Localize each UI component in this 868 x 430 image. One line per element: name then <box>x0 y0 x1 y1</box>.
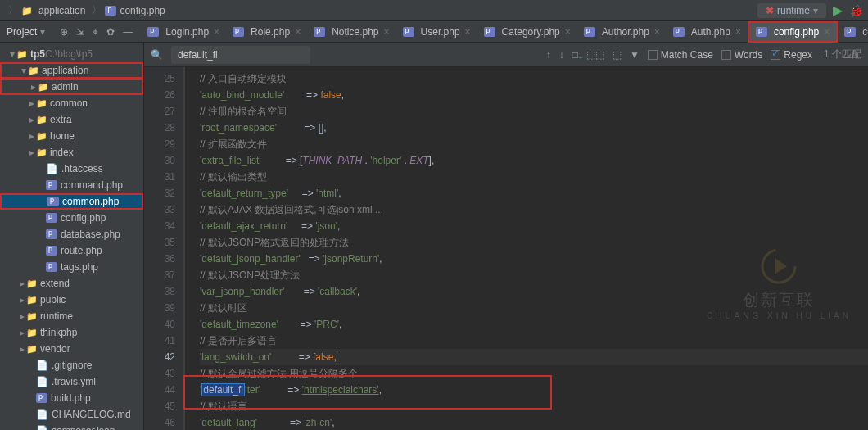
tree-item--gitignore[interactable]: 📄.gitignore <box>0 357 143 373</box>
tree-item-config-php[interactable]: config.php <box>0 210 143 226</box>
tree-item--htaccess[interactable]: 📄.htaccess <box>0 161 143 177</box>
code-line-30[interactable]: 'extra_file_list' => [THINK_PATH . 'help… <box>200 152 868 169</box>
tree-item-common[interactable]: ▸common <box>0 95 143 111</box>
tree-item--travis-yml[interactable]: 📄.travis.yml <box>0 373 143 390</box>
find-input[interactable] <box>171 46 310 64</box>
project-tree[interactable]: ▾tp5 C:\blog\tp5▾application▸admin▸commo… <box>0 43 144 430</box>
close-icon[interactable]: × <box>824 26 830 38</box>
code-line-28[interactable]: 'root_namespace' => [], <box>200 120 868 136</box>
tree-item-common-php[interactable]: common.php <box>0 193 143 210</box>
error-icon: ✖ <box>766 5 774 16</box>
tree-item-home[interactable]: ▸home <box>0 128 143 144</box>
php-icon <box>46 180 57 190</box>
tree-item-CHANGELOG-md[interactable]: 📄CHANGELOG.md <box>0 406 143 423</box>
tree-item-extra[interactable]: ▸extra <box>0 111 143 128</box>
add-selection-icon[interactable]: □+ <box>572 49 578 61</box>
tree-item-thinkphp[interactable]: ▸thinkphp <box>0 324 143 341</box>
code-line-27[interactable]: // 注册的根命名空间 <box>200 103 868 120</box>
tree-root[interactable]: ▾tp5 C:\blog\tp5 <box>0 46 143 62</box>
php-icon <box>105 6 116 16</box>
next-match-button[interactable]: ↓ <box>559 49 564 61</box>
expand-icon[interactable]: ⊕ <box>60 26 68 38</box>
code-line-34[interactable]: 'default_ajax_return' => 'json', <box>200 218 868 234</box>
tab-Login-php[interactable]: Login.php× <box>141 21 226 43</box>
tree-item-tags-php[interactable]: tags.php <box>0 259 143 275</box>
tab-Notice-php[interactable]: Notice.php× <box>307 21 396 43</box>
file-icon: 📄 <box>46 163 58 174</box>
select-all-icon[interactable]: ⬚⬚ <box>586 49 604 61</box>
prev-match-button[interactable]: ↑ <box>546 49 551 61</box>
php-icon <box>147 27 159 37</box>
tree-item-admin[interactable]: ▸admin <box>0 79 143 95</box>
tree-item-command-php[interactable]: command.php <box>0 177 143 193</box>
code-line-46[interactable]: 'default_lang' => 'zh-cn', <box>200 414 868 430</box>
tree-item-route-php[interactable]: route.php <box>0 242 143 259</box>
close-icon[interactable]: × <box>735 26 741 38</box>
code-line-42[interactable]: 'lang_switch_on' => false, <box>200 349 868 365</box>
tab-config-php[interactable]: config.php× <box>748 21 838 43</box>
php-icon <box>46 246 57 256</box>
run-button[interactable]: ▶ <box>833 2 843 18</box>
tree-item-index[interactable]: ▸index <box>0 144 143 161</box>
breadcrumb-folder[interactable]: application <box>38 5 85 16</box>
folder-icon <box>36 147 50 158</box>
tree-item-build-php[interactable]: build.php <box>0 390 143 406</box>
tab-Category-php[interactable]: Category.php× <box>477 21 577 43</box>
close-icon[interactable]: × <box>384 26 390 38</box>
chevron-down-icon: ▾ <box>813 5 818 16</box>
folder-icon <box>26 278 40 289</box>
collapse-icon[interactable]: ⇲ <box>76 26 84 38</box>
hide-icon[interactable]: — <box>123 26 133 38</box>
code-line-33[interactable]: // 默认AJAX 数据返回格式,可选json xml ... <box>200 201 868 218</box>
run-config-select[interactable]: ✖ runtime ▾ <box>757 3 826 18</box>
close-icon[interactable]: × <box>654 26 660 38</box>
line-gutter: 2526272829303132333435363738394041424344… <box>144 67 185 430</box>
code-line-43[interactable]: // 默认全局过滤方法 用逗号分隔多个 <box>200 365 868 382</box>
tree-item-extend[interactable]: ▸extend <box>0 275 143 292</box>
code-line-26[interactable]: 'auto_bind_module' => false, <box>200 87 868 103</box>
folder-icon <box>36 97 50 109</box>
watermark: 创新互联 CHUANG XIN HU LIAN <box>707 246 852 320</box>
tree-item-public[interactable]: ▸public <box>0 292 143 308</box>
regex-checkbox[interactable]: Regex <box>771 49 812 61</box>
match-case-checkbox[interactable]: Match Case <box>648 49 713 61</box>
code-line-31[interactable]: // 默认输出类型 <box>200 169 868 185</box>
code-line-29[interactable]: // 扩展函数文件 <box>200 136 868 152</box>
words-checkbox[interactable]: Words <box>721 49 762 61</box>
php-icon <box>484 27 495 37</box>
file-icon: 📄 <box>36 376 48 387</box>
php-icon <box>36 393 47 403</box>
php-icon <box>756 27 767 37</box>
tab-Role-php[interactable]: Role.php× <box>226 21 307 43</box>
locate-icon[interactable]: ⌖ <box>93 26 98 38</box>
project-tool-window-label[interactable]: Project▾ <box>0 26 52 38</box>
svg-marker-1 <box>775 258 787 274</box>
search-icon: 🔍 <box>151 49 163 61</box>
remove-selection-icon[interactable]: ⬚ <box>613 49 622 61</box>
tab-User-php[interactable]: User.php× <box>396 21 477 43</box>
tab-common-php[interactable]: common.php× <box>838 21 868 43</box>
code-line-25[interactable]: // 入口自动绑定模块 <box>200 70 868 87</box>
code-line-32[interactable]: 'default_return_type' => 'html', <box>200 185 868 201</box>
close-icon[interactable]: × <box>465 26 471 38</box>
close-icon[interactable]: × <box>214 26 219 38</box>
file-icon: 📄 <box>36 409 48 420</box>
php-icon <box>844 27 856 37</box>
tab-Auth-php[interactable]: Auth.php× <box>667 21 748 43</box>
tree-item-vendor[interactable]: ▸vendor <box>0 341 143 357</box>
breadcrumb-file[interactable]: config.php <box>120 5 165 16</box>
close-icon[interactable]: × <box>565 26 571 38</box>
folder-icon <box>36 114 50 125</box>
tree-item-database-php[interactable]: database.php <box>0 226 143 242</box>
code-line-45[interactable]: // 默认语言 <box>200 398 868 414</box>
tree-item-application[interactable]: ▾application <box>0 62 143 79</box>
settings-icon[interactable]: ✿ <box>106 26 115 38</box>
tree-item-composer-json[interactable]: 📄composer.json <box>0 423 143 430</box>
tab-Author-php[interactable]: Author.php× <box>577 21 667 43</box>
filter-icon[interactable]: ▼ <box>630 49 640 61</box>
code-line-44[interactable]: 'default_filter' => 'htmlspecialchars', <box>200 382 868 398</box>
debug-button[interactable]: 🐞 <box>849 4 863 17</box>
tree-item-runtime[interactable]: ▸runtime <box>0 308 143 324</box>
code-line-41[interactable]: // 是否开启多语言 <box>200 333 868 349</box>
close-icon[interactable]: × <box>295 26 301 38</box>
